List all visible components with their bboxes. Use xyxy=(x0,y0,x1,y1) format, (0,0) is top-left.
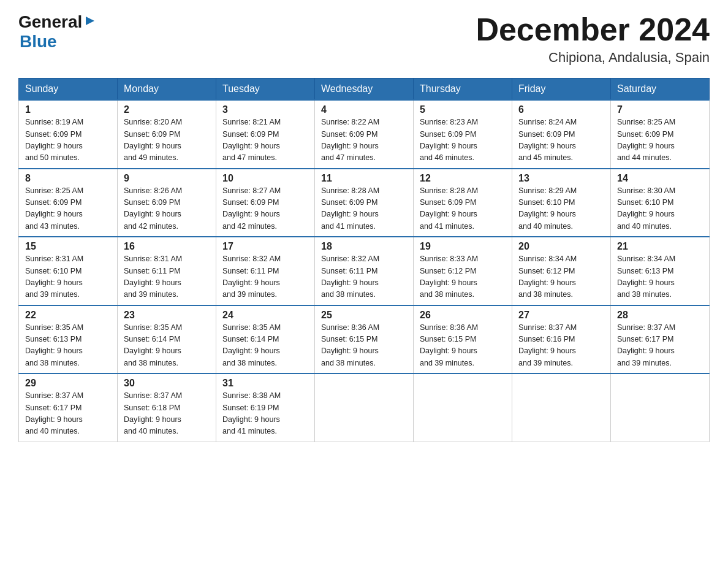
svg-marker-0 xyxy=(86,17,94,25)
calendar-header-wednesday: Wednesday xyxy=(315,79,414,101)
day-number: 30 xyxy=(124,378,210,389)
day-number: 21 xyxy=(617,241,703,252)
day-number: 3 xyxy=(222,104,308,115)
day-info: Sunrise: 8:33 AMSunset: 6:12 PMDaylight:… xyxy=(420,253,506,301)
calendar-cell: 15Sunrise: 8:31 AMSunset: 6:10 PMDayligh… xyxy=(19,237,118,305)
day-info: Sunrise: 8:32 AMSunset: 6:11 PMDaylight:… xyxy=(222,253,308,301)
calendar-header-saturday: Saturday xyxy=(611,79,710,101)
logo-text-blue: Blue xyxy=(20,32,57,51)
calendar-cell: 21Sunrise: 8:34 AMSunset: 6:13 PMDayligh… xyxy=(611,237,710,305)
day-info: Sunrise: 8:24 AMSunset: 6:09 PMDaylight:… xyxy=(518,117,604,164)
day-info: Sunrise: 8:19 AMSunset: 6:09 PMDaylight:… xyxy=(25,117,111,164)
day-info: Sunrise: 8:34 AMSunset: 6:13 PMDaylight:… xyxy=(617,253,703,301)
calendar-cell xyxy=(512,373,611,442)
day-number: 11 xyxy=(321,173,407,184)
calendar-cell: 12Sunrise: 8:28 AMSunset: 6:09 PMDayligh… xyxy=(414,169,512,237)
day-number: 23 xyxy=(124,310,210,321)
calendar-week-row: 29Sunrise: 8:37 AMSunset: 6:17 PMDayligh… xyxy=(19,373,710,442)
calendar-cell: 13Sunrise: 8:29 AMSunset: 6:10 PMDayligh… xyxy=(512,169,611,237)
day-info: Sunrise: 8:31 AMSunset: 6:10 PMDaylight:… xyxy=(25,253,111,301)
calendar-cell: 31Sunrise: 8:38 AMSunset: 6:19 PMDayligh… xyxy=(216,373,315,442)
day-info: Sunrise: 8:29 AMSunset: 6:10 PMDaylight:… xyxy=(518,185,604,233)
day-info: Sunrise: 8:25 AMSunset: 6:09 PMDaylight:… xyxy=(25,185,111,233)
day-info: Sunrise: 8:37 AMSunset: 6:18 PMDaylight:… xyxy=(124,390,210,438)
calendar-cell: 4Sunrise: 8:22 AMSunset: 6:09 PMDaylight… xyxy=(315,100,414,169)
day-info: Sunrise: 8:27 AMSunset: 6:09 PMDaylight:… xyxy=(222,185,308,233)
calendar-cell: 7Sunrise: 8:25 AMSunset: 6:09 PMDaylight… xyxy=(611,100,710,169)
day-number: 29 xyxy=(25,378,111,389)
day-info: Sunrise: 8:30 AMSunset: 6:10 PMDaylight:… xyxy=(617,185,703,233)
calendar-cell: 27Sunrise: 8:37 AMSunset: 6:16 PMDayligh… xyxy=(512,305,611,374)
day-number: 17 xyxy=(222,241,308,252)
calendar-cell: 16Sunrise: 8:31 AMSunset: 6:11 PMDayligh… xyxy=(118,237,216,305)
day-info: Sunrise: 8:22 AMSunset: 6:09 PMDaylight:… xyxy=(321,117,407,164)
calendar-cell: 10Sunrise: 8:27 AMSunset: 6:09 PMDayligh… xyxy=(216,169,315,237)
calendar-header-thursday: Thursday xyxy=(414,79,512,101)
day-number: 10 xyxy=(222,173,308,184)
calendar-cell xyxy=(611,373,710,442)
calendar-cell: 18Sunrise: 8:32 AMSunset: 6:11 PMDayligh… xyxy=(315,237,414,305)
day-info: Sunrise: 8:34 AMSunset: 6:12 PMDaylight:… xyxy=(518,253,604,301)
calendar-cell: 19Sunrise: 8:33 AMSunset: 6:12 PMDayligh… xyxy=(414,237,512,305)
day-number: 1 xyxy=(25,104,111,115)
day-number: 4 xyxy=(321,104,407,115)
day-info: Sunrise: 8:32 AMSunset: 6:11 PMDaylight:… xyxy=(321,253,407,301)
day-info: Sunrise: 8:36 AMSunset: 6:15 PMDaylight:… xyxy=(420,322,506,370)
calendar-table: SundayMondayTuesdayWednesdayThursdayFrid… xyxy=(18,78,710,442)
calendar-week-row: 22Sunrise: 8:35 AMSunset: 6:13 PMDayligh… xyxy=(19,305,710,374)
day-number: 6 xyxy=(518,104,604,115)
calendar-cell xyxy=(315,373,414,442)
day-number: 12 xyxy=(420,173,506,184)
day-number: 5 xyxy=(420,104,506,115)
day-number: 13 xyxy=(518,173,604,184)
calendar-cell: 20Sunrise: 8:34 AMSunset: 6:12 PMDayligh… xyxy=(512,237,611,305)
day-number: 31 xyxy=(222,378,308,389)
day-info: Sunrise: 8:35 AMSunset: 6:14 PMDaylight:… xyxy=(222,322,308,370)
calendar-cell: 6Sunrise: 8:24 AMSunset: 6:09 PMDaylight… xyxy=(512,100,611,169)
calendar-cell: 3Sunrise: 8:21 AMSunset: 6:09 PMDaylight… xyxy=(216,100,315,169)
day-number: 25 xyxy=(321,310,407,321)
calendar-cell: 2Sunrise: 8:20 AMSunset: 6:09 PMDaylight… xyxy=(118,100,216,169)
calendar-cell: 23Sunrise: 8:35 AMSunset: 6:14 PMDayligh… xyxy=(118,305,216,374)
day-info: Sunrise: 8:21 AMSunset: 6:09 PMDaylight:… xyxy=(222,117,308,164)
calendar-cell: 5Sunrise: 8:23 AMSunset: 6:09 PMDaylight… xyxy=(414,100,512,169)
day-info: Sunrise: 8:23 AMSunset: 6:09 PMDaylight:… xyxy=(420,117,506,164)
day-info: Sunrise: 8:31 AMSunset: 6:11 PMDaylight:… xyxy=(124,253,210,301)
calendar-cell xyxy=(414,373,512,442)
calendar-cell: 29Sunrise: 8:37 AMSunset: 6:17 PMDayligh… xyxy=(19,373,118,442)
day-info: Sunrise: 8:37 AMSunset: 6:16 PMDaylight:… xyxy=(518,322,604,370)
calendar-header-row: SundayMondayTuesdayWednesdayThursdayFrid… xyxy=(19,79,710,101)
day-info: Sunrise: 8:35 AMSunset: 6:14 PMDaylight:… xyxy=(124,322,210,370)
day-info: Sunrise: 8:26 AMSunset: 6:09 PMDaylight:… xyxy=(124,185,210,233)
day-info: Sunrise: 8:35 AMSunset: 6:13 PMDaylight:… xyxy=(25,322,111,370)
calendar-week-row: 15Sunrise: 8:31 AMSunset: 6:10 PMDayligh… xyxy=(19,237,710,305)
page-header: General Blue December 2024 Chipiona, And… xyxy=(18,12,710,66)
calendar-header-monday: Monday xyxy=(118,79,216,101)
calendar-week-row: 8Sunrise: 8:25 AMSunset: 6:09 PMDaylight… xyxy=(19,169,710,237)
day-number: 15 xyxy=(25,241,111,252)
logo-arrow-icon xyxy=(83,14,97,28)
calendar-header-tuesday: Tuesday xyxy=(216,79,315,101)
day-number: 18 xyxy=(321,241,407,252)
calendar-cell: 11Sunrise: 8:28 AMSunset: 6:09 PMDayligh… xyxy=(315,169,414,237)
day-number: 24 xyxy=(222,310,308,321)
day-info: Sunrise: 8:25 AMSunset: 6:09 PMDaylight:… xyxy=(617,117,703,164)
day-number: 16 xyxy=(124,241,210,252)
day-number: 9 xyxy=(124,173,210,184)
calendar-cell: 24Sunrise: 8:35 AMSunset: 6:14 PMDayligh… xyxy=(216,305,315,374)
day-number: 19 xyxy=(420,241,506,252)
day-number: 22 xyxy=(25,310,111,321)
calendar-cell: 9Sunrise: 8:26 AMSunset: 6:09 PMDaylight… xyxy=(118,169,216,237)
logo: General Blue xyxy=(18,12,97,52)
day-info: Sunrise: 8:28 AMSunset: 6:09 PMDaylight:… xyxy=(321,185,407,233)
day-info: Sunrise: 8:36 AMSunset: 6:15 PMDaylight:… xyxy=(321,322,407,370)
day-info: Sunrise: 8:38 AMSunset: 6:19 PMDaylight:… xyxy=(222,390,308,438)
calendar-cell: 17Sunrise: 8:32 AMSunset: 6:11 PMDayligh… xyxy=(216,237,315,305)
logo-text-black: General xyxy=(18,12,82,32)
calendar-week-row: 1Sunrise: 8:19 AMSunset: 6:09 PMDaylight… xyxy=(19,100,710,169)
day-number: 20 xyxy=(518,241,604,252)
calendar-cell: 25Sunrise: 8:36 AMSunset: 6:15 PMDayligh… xyxy=(315,305,414,374)
calendar-cell: 26Sunrise: 8:36 AMSunset: 6:15 PMDayligh… xyxy=(414,305,512,374)
calendar-cell: 14Sunrise: 8:30 AMSunset: 6:10 PMDayligh… xyxy=(611,169,710,237)
calendar-cell: 28Sunrise: 8:37 AMSunset: 6:17 PMDayligh… xyxy=(611,305,710,374)
